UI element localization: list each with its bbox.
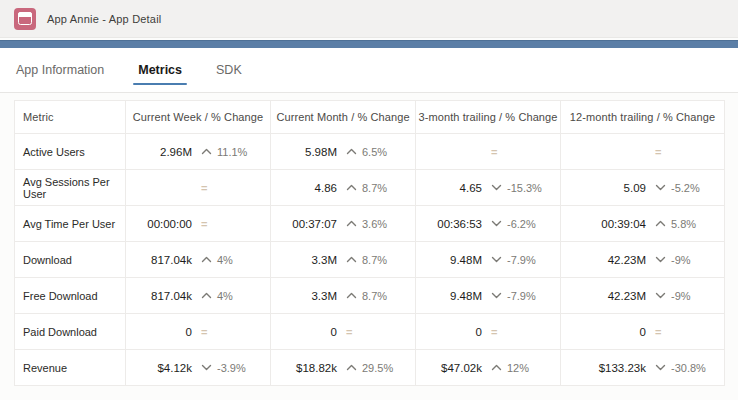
change-indicator: -7.9%: [491, 290, 547, 302]
flat-trend-icon: =: [201, 182, 207, 194]
change-indicator: =: [655, 326, 711, 338]
change-indicator: -5.2%: [655, 182, 711, 194]
change-percent: 12%: [507, 362, 529, 374]
trend-up-icon: [346, 292, 357, 299]
change-indicator: =: [491, 146, 547, 158]
metric-name-cell: Active Users: [15, 134, 126, 170]
metric-value-cell: 00:37:073.6%: [271, 206, 416, 242]
table-row: Active Users2.96M11.1%5.98M6.5%==: [15, 134, 725, 170]
flat-trend-icon: =: [491, 146, 497, 158]
metric-value: 42.23M: [608, 254, 646, 266]
tab-bar: App Information Metrics SDK: [0, 48, 738, 93]
change-indicator: 11.1%: [201, 146, 257, 158]
metric-value: 9.48M: [450, 290, 482, 302]
table-row: Avg Sessions Per User=4.868.7%4.65-15.3%…: [15, 170, 725, 206]
metric-value-cell: 0=: [416, 314, 561, 350]
change-percent: 5.8%: [671, 218, 696, 230]
metric-value-cell: 00:36:53-6.2%: [416, 206, 561, 242]
tab-app-information[interactable]: App Information: [16, 48, 104, 92]
trend-up-icon: [655, 220, 666, 227]
change-percent: 8.7%: [362, 182, 387, 194]
trend-down-icon: [655, 364, 666, 371]
change-percent: 4%: [217, 290, 233, 302]
metric-value-cell: 0=: [126, 314, 271, 350]
change-indicator: =: [655, 146, 711, 158]
change-indicator: 29.5%: [346, 362, 402, 374]
metric-value-cell: $47.02k12%: [416, 350, 561, 386]
change-indicator: -30.8%: [655, 362, 711, 374]
page-title: App Annie - App Detail: [47, 13, 161, 25]
metric-name-cell: Free Download: [15, 278, 126, 314]
metric-value: 5.98M: [305, 146, 337, 158]
metric-value: 2.96M: [160, 146, 192, 158]
metric-name-cell: Avg Sessions Per User: [15, 170, 126, 206]
change-indicator: 8.7%: [346, 182, 402, 194]
metric-value: $47.02k: [441, 362, 482, 374]
change-indicator: 4%: [201, 254, 257, 266]
change-percent: 29.5%: [362, 362, 393, 374]
column-header-current-week: Current Week / % Change: [126, 101, 271, 134]
change-indicator: 6.5%: [346, 146, 402, 158]
table-row: Paid Download0=0=0=0=: [15, 314, 725, 350]
trend-down-icon: [201, 364, 212, 371]
metric-value-cell: 3.3M8.7%: [271, 278, 416, 314]
trend-down-icon: [491, 220, 502, 227]
metric-value: 00:37:07: [292, 218, 337, 230]
change-indicator: -3.9%: [201, 362, 257, 374]
metric-value: 817.04k: [151, 254, 192, 266]
metrics-table-container: Metric Current Week / % Change Current M…: [14, 100, 724, 386]
column-header-current-month: Current Month / % Change: [271, 101, 416, 134]
metric-value-cell: 817.04k4%: [126, 278, 271, 314]
window-titlebar: [18, 12, 32, 17]
change-percent: 3.6%: [362, 218, 387, 230]
metric-value: 0: [476, 326, 482, 338]
metric-value-cell: 00:39:045.8%: [561, 206, 725, 242]
metric-value: 4.86: [315, 182, 337, 194]
trend-up-icon: [201, 256, 212, 263]
metric-value-cell: 4.65-15.3%: [416, 170, 561, 206]
change-indicator: -7.9%: [491, 254, 547, 266]
change-percent: -6.2%: [507, 218, 536, 230]
metric-value: 42.23M: [608, 290, 646, 302]
metric-value-cell: $18.82k29.5%: [271, 350, 416, 386]
trend-up-icon: [346, 256, 357, 263]
change-percent: 8.7%: [362, 254, 387, 266]
metric-value: 3.3M: [311, 290, 337, 302]
metric-value: 0: [186, 326, 192, 338]
metric-value-cell: 9.48M-7.9%: [416, 278, 561, 314]
change-percent: 8.7%: [362, 290, 387, 302]
trend-up-icon: [201, 148, 212, 155]
change-indicator: =: [491, 326, 547, 338]
page-header: App Annie - App Detail: [0, 0, 738, 38]
change-indicator: 8.7%: [346, 254, 402, 266]
change-percent: -9%: [671, 290, 691, 302]
metric-value: 4.65: [460, 182, 482, 194]
metric-value-cell: 5.09-5.2%: [561, 170, 725, 206]
tab-sdk[interactable]: SDK: [216, 48, 242, 92]
metric-value: $4.12k: [157, 362, 192, 374]
metric-name-cell: Revenue: [15, 350, 126, 386]
change-percent: -15.3%: [507, 182, 542, 194]
flat-trend-icon: =: [655, 146, 661, 158]
trend-up-icon: [346, 220, 357, 227]
flat-trend-icon: =: [346, 326, 352, 338]
trend-up-icon: [201, 292, 212, 299]
change-percent: 6.5%: [362, 146, 387, 158]
table-row: Revenue$4.12k-3.9%$18.82k29.5%$47.02k12%…: [15, 350, 725, 386]
change-indicator: 8.7%: [346, 290, 402, 302]
metric-value: 9.48M: [450, 254, 482, 266]
change-percent: -5.2%: [671, 182, 700, 194]
metric-value-cell: $133.23k-30.8%: [561, 350, 725, 386]
change-percent: -3.9%: [217, 362, 246, 374]
tab-metrics[interactable]: Metrics: [138, 48, 182, 92]
flat-trend-icon: =: [201, 218, 207, 230]
metrics-table: Metric Current Week / % Change Current M…: [14, 100, 725, 386]
flat-trend-icon: =: [491, 326, 497, 338]
change-indicator: 3.6%: [346, 218, 402, 230]
trend-up-icon: [346, 148, 357, 155]
change-indicator: 5.8%: [655, 218, 711, 230]
flat-trend-icon: =: [201, 326, 207, 338]
column-header-12-month-trailing: 12-month trailing / % Change: [561, 101, 725, 134]
change-indicator: =: [201, 218, 257, 230]
metric-value: 0: [640, 326, 646, 338]
